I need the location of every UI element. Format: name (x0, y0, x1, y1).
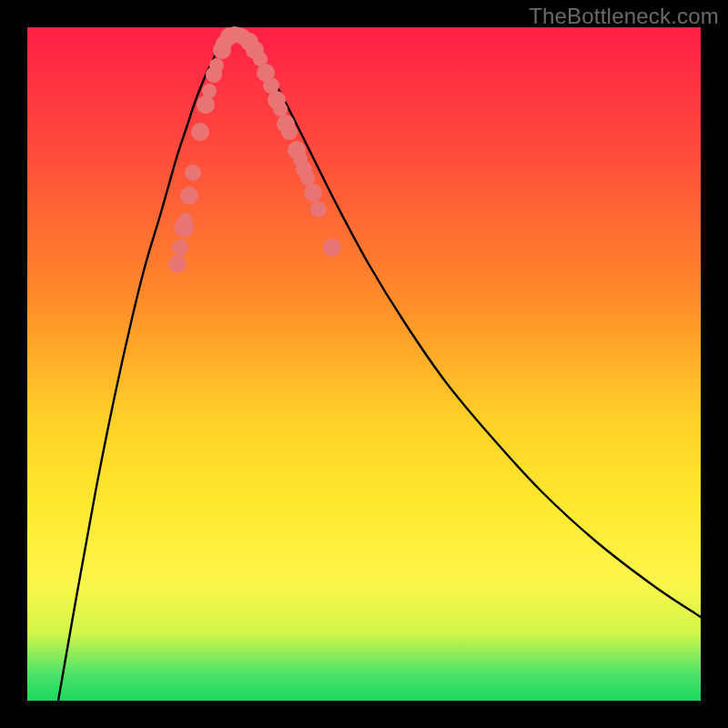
data-marker (323, 238, 341, 257)
plot-area (27, 27, 701, 701)
data-marker (304, 184, 322, 202)
data-marker (185, 165, 201, 181)
data-marker (191, 123, 209, 141)
data-marker (209, 58, 224, 73)
data-marker (281, 124, 298, 140)
data-marker (178, 213, 193, 228)
data-marker (172, 239, 188, 256)
chart-svg (27, 27, 701, 701)
data-markers (168, 26, 341, 273)
data-marker (197, 96, 215, 114)
watermark-label: TheBottleneck.com (529, 4, 719, 29)
data-marker (273, 102, 288, 116)
data-marker (202, 84, 217, 98)
data-marker (310, 201, 327, 217)
data-marker (168, 255, 187, 273)
bottleneck-curve (58, 35, 701, 701)
data-marker (300, 171, 315, 186)
chart-frame: TheBottleneck.com (0, 0, 728, 728)
data-marker (180, 187, 198, 205)
